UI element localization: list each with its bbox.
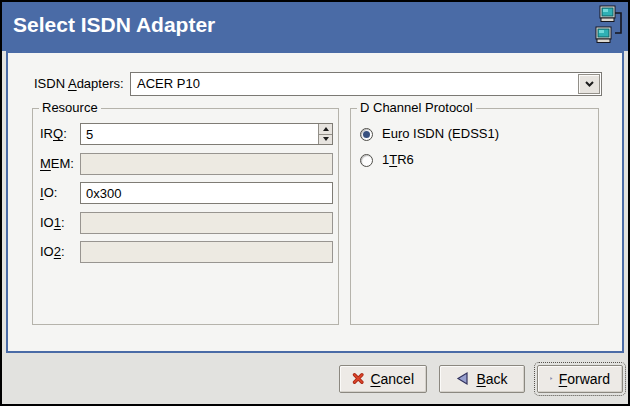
- radio-1tr6[interactable]: 1TR6: [360, 153, 414, 167]
- d-channel-protocol-legend: D Channel Protocol: [357, 100, 476, 115]
- forward-button[interactable]: Forward: [537, 365, 623, 393]
- mem-input: [80, 153, 333, 175]
- back-button-label: Back: [476, 371, 507, 387]
- irq-row: IRQ:: [33, 123, 338, 145]
- irq-spin-buttons: [318, 124, 332, 144]
- radio-1tr6-label: 1TR6: [382, 153, 414, 167]
- resource-group-legend: Resource: [39, 100, 101, 115]
- chevron-down-icon: [585, 81, 594, 87]
- spin-up-button[interactable]: [319, 124, 332, 134]
- arrow-right-icon: [550, 371, 553, 386]
- mem-row: MEM:: [33, 153, 338, 175]
- dialog-header: Select ISDN Adapter: [2, 2, 628, 51]
- radio-unselected-icon[interactable]: [360, 154, 373, 167]
- isdn-adapters-row: ISDN Adapters: ACER P10: [8, 72, 622, 96]
- resource-group: Resource IRQ: MEM: IO:: [32, 108, 339, 325]
- triangle-down-icon: [323, 137, 329, 141]
- arrow-left-icon: [456, 371, 470, 386]
- irq-spinbox[interactable]: [80, 123, 333, 145]
- cancel-button[interactable]: Cancel: [339, 365, 427, 393]
- io1-input: [80, 212, 333, 234]
- radio-euro-isdn-label: Euro ISDN (EDSS1): [382, 127, 499, 141]
- select-isdn-adapter-dialog: Select ISDN Adapter ISDN Adapters: ACER …: [0, 0, 630, 406]
- cancel-x-icon: [352, 371, 364, 386]
- io-field[interactable]: [80, 182, 333, 204]
- dialog-button-bar: Cancel Back Forward: [2, 353, 628, 404]
- isdn-adapters-combobox[interactable]: ACER P10: [130, 72, 602, 96]
- network-computers-icon: [593, 4, 625, 48]
- dialog-title: Select ISDN Adapter: [13, 13, 215, 37]
- io-label: IO:: [40, 182, 57, 204]
- isdn-adapters-combobox-value: ACER P10: [137, 73, 200, 95]
- back-button[interactable]: Back: [439, 365, 525, 393]
- irq-input[interactable]: [81, 124, 318, 144]
- cancel-button-label: Cancel: [370, 371, 414, 387]
- io1-label: IO1:: [40, 212, 65, 234]
- content-frame: ISDN Adapters: ACER P10 Resource IRQ:: [6, 51, 624, 353]
- io2-row: IO2:: [33, 241, 338, 263]
- io2-label: IO2:: [40, 241, 65, 263]
- combobox-dropdown-button[interactable]: [578, 74, 600, 94]
- radio-euro-isdn[interactable]: Euro ISDN (EDSS1): [360, 127, 499, 141]
- radio-selected-icon[interactable]: [360, 128, 373, 141]
- spin-down-button[interactable]: [319, 134, 332, 145]
- d-channel-protocol-group: D Channel Protocol Euro ISDN (EDSS1) 1TR…: [350, 108, 599, 325]
- irq-label: IRQ:: [40, 123, 67, 145]
- mem-label: MEM:: [40, 153, 74, 175]
- io2-input: [80, 241, 333, 263]
- forward-button-label: Forward: [559, 371, 610, 387]
- io-input[interactable]: [81, 183, 332, 203]
- io-row: IO:: [33, 182, 338, 204]
- io1-row: IO1:: [33, 212, 338, 234]
- triangle-up-icon: [323, 127, 329, 131]
- isdn-adapters-label: ISDN Adapters:: [34, 72, 124, 96]
